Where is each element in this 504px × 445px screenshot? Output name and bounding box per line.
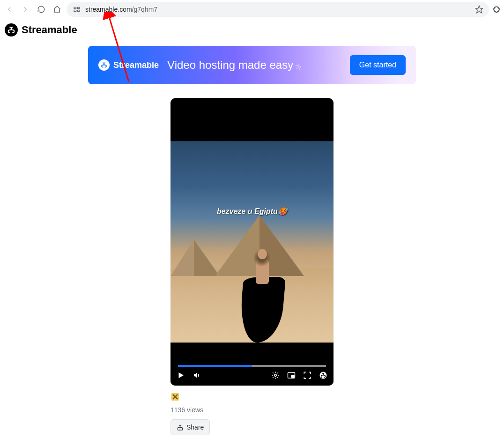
svg-line-9 — [296, 65, 299, 66]
banner-tagline: Video hosting made easy — [167, 58, 341, 72]
url-text: streamable.com/g7qhm7 — [85, 6, 157, 13]
progress-played — [178, 365, 252, 367]
author-avatar-icon[interactable] — [170, 392, 180, 401]
svg-marker-10 — [179, 372, 184, 378]
reload-button[interactable] — [35, 3, 48, 16]
share-icon — [177, 424, 184, 431]
get-started-button[interactable]: Get started — [350, 55, 406, 75]
site-settings-icon[interactable] — [72, 5, 82, 14]
svg-rect-2 — [74, 10, 76, 11]
streamable-watermark-icon[interactable] — [319, 371, 328, 380]
view-count: 1136 views — [170, 406, 334, 414]
video-letterbox — [170, 98, 334, 141]
streamable-logo-icon[interactable] — [5, 23, 18, 36]
video-controls — [170, 343, 334, 386]
video-player[interactable]: bezveze u Egiptu🥵 — [170, 98, 334, 386]
forward-button[interactable] — [19, 3, 32, 16]
svg-marker-4 — [476, 6, 483, 13]
video-frame[interactable]: bezveze u Egiptu🥵 — [170, 141, 334, 343]
address-bar[interactable]: streamable.com/g7qhm7 — [67, 2, 489, 17]
video-meta: 1136 views Share — [170, 392, 334, 435]
svg-rect-13 — [291, 375, 294, 378]
svg-line-7 — [297, 66, 300, 69]
sparkle-icon — [295, 60, 305, 70]
share-label: Share — [186, 423, 204, 431]
progress-bar[interactable] — [178, 365, 326, 367]
svg-line-8 — [299, 66, 301, 69]
fullscreen-icon[interactable] — [303, 371, 312, 380]
settings-icon[interactable] — [271, 371, 280, 380]
browser-toolbar: streamable.com/g7qhm7 — [0, 0, 504, 19]
bookmark-star-icon[interactable] — [475, 5, 483, 14]
extensions-icon[interactable] — [492, 5, 501, 14]
home-button[interactable] — [51, 3, 64, 16]
video-caption-text: bezveze u Egiptu🥵 — [170, 207, 334, 216]
svg-point-11 — [274, 374, 277, 377]
site-header: Streamable — [0, 19, 504, 41]
share-button[interactable]: Share — [170, 419, 210, 435]
play-icon[interactable] — [176, 371, 185, 380]
banner-logo: Streamable — [98, 59, 159, 71]
svg-rect-1 — [77, 7, 80, 8]
pip-icon[interactable] — [287, 371, 296, 380]
svg-rect-3 — [77, 10, 80, 11]
banner-logo-icon — [98, 59, 110, 71]
volume-icon[interactable] — [192, 371, 201, 380]
promo-banner: Streamable Video hosting made easy Get s… — [88, 46, 416, 84]
back-button[interactable] — [3, 3, 16, 16]
svg-rect-0 — [74, 7, 76, 8]
streamable-logo-text[interactable]: Streamable — [22, 24, 77, 36]
